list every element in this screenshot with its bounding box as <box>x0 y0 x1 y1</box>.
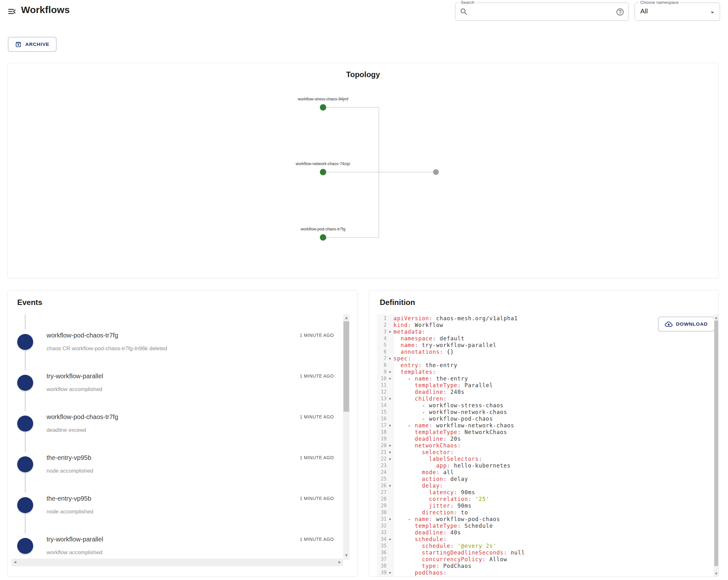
help-icon[interactable] <box>616 8 624 16</box>
code-line[interactable]: 37 concurrencyPolicy: Allow <box>377 556 706 563</box>
code-line[interactable]: 1apiVersion: chaos-mesh.org/v1alpha1 <box>377 315 706 322</box>
code-line[interactable]: 10▾ - name: the-entry <box>377 376 706 382</box>
code-text: concurrencyPolicy: Allow <box>393 556 507 563</box>
fold-triangle-down-icon[interactable]: ▾ <box>387 516 393 523</box>
fold-triangle-down-icon[interactable]: ▾ <box>387 482 393 489</box>
code-line[interactable]: 14 - workflow-stress-chaos <box>377 402 706 409</box>
code-line[interactable]: 20▾ networkChaos: <box>377 442 706 449</box>
fold-triangle-down-icon[interactable]: ▾ <box>387 442 393 449</box>
line-number: 20 <box>377 442 387 449</box>
definition-vertical-scrollbar[interactable]: ▲ ▼ <box>714 314 719 577</box>
search-field[interactable]: Search <box>455 3 629 21</box>
code-line[interactable]: 33 deadline: 40s <box>377 529 706 536</box>
workflow-node-workflow-network-chaos-74zqc[interactable] <box>320 169 326 175</box>
code-line[interactable]: 18 templateType: NetworkChaos <box>377 429 706 436</box>
code-line[interactable]: 29 jitter: 90ms <box>377 502 706 509</box>
code-line[interactable]: 16 - workflow-pod-chaos <box>377 416 706 422</box>
event-list-item[interactable]: the-entry-vp95bnode accomplished1 MINUTE… <box>8 495 358 533</box>
fold-triangle-down-icon[interactable]: ▾ <box>387 456 393 462</box>
menu-open-icon[interactable] <box>7 6 17 17</box>
events-title: Events <box>17 298 43 307</box>
yaml-code-editor[interactable]: 1apiVersion: chaos-mesh.org/v1alpha12kin… <box>377 315 706 576</box>
fold-triangle-down-icon[interactable]: ▾ <box>387 329 393 335</box>
code-line[interactable]: 23 app: hello-kubernetes <box>377 462 706 469</box>
line-number: 18 <box>377 429 387 436</box>
code-line[interactable]: 3▾metadata: <box>377 329 706 335</box>
code-line[interactable]: 31▾ - name: workflow-pod-chaos <box>377 516 706 523</box>
topology-graph[interactable]: workflow-stress-chaos-94jmfworkflow-netw… <box>8 63 719 278</box>
fold-triangle-down-icon[interactable]: ▾ <box>387 536 393 543</box>
code-line[interactable]: 32 templateType: Schedule <box>377 523 706 529</box>
code-line[interactable]: 4 namespace: default <box>377 335 706 342</box>
workflow-node-connector[interactable] <box>433 169 439 175</box>
code-line[interactable]: 30 direction: to <box>377 509 706 516</box>
events-vertical-scrollbar[interactable]: ▲ ▼ <box>343 314 349 560</box>
scroll-up-icon[interactable]: ▲ <box>343 316 349 319</box>
code-line[interactable]: 19 deadline: 20s <box>377 436 706 442</box>
line-number: 7 <box>377 355 387 362</box>
code-line[interactable]: 21▾ selector: <box>377 449 706 456</box>
scroll-down-icon[interactable]: ▼ <box>343 554 349 557</box>
code-line[interactable]: 35 schedule: '@every 2s' <box>377 543 706 549</box>
code-line[interactable]: 7▾spec: <box>377 355 706 362</box>
definition-scrollbar-thumb[interactable] <box>714 321 718 566</box>
code-line[interactable]: 8 entry: the-entry <box>377 362 706 369</box>
fold-triangle-down-icon[interactable]: ▾ <box>387 355 393 362</box>
scroll-up-icon[interactable]: ▲ <box>714 316 719 319</box>
fold-spacer <box>387 402 393 409</box>
fold-spacer <box>387 509 393 516</box>
code-line[interactable]: 26▾ delay: <box>377 482 706 489</box>
events-horizontal-scrollbar[interactable]: ◀ ▶ <box>11 559 343 566</box>
code-line[interactable]: 39▾ podChaos: <box>377 570 706 576</box>
code-text: spec: <box>393 355 411 362</box>
code-text: apiVersion: chaos-mesh.org/v1alpha1 <box>393 315 518 322</box>
event-list-item[interactable]: try-workflow-parallelworkflow accomplish… <box>8 536 358 574</box>
event-list-item[interactable]: try-workflow-parallelworkflow accomplish… <box>8 372 358 411</box>
line-number: 26 <box>377 482 387 489</box>
line-number: 36 <box>377 549 387 556</box>
code-line[interactable]: 2kind: Workflow <box>377 322 706 329</box>
fold-triangle-down-icon[interactable]: ▾ <box>387 570 393 576</box>
scroll-left-icon[interactable]: ◀ <box>13 560 17 564</box>
namespace-select-label: Choose namespace <box>639 0 680 5</box>
code-line[interactable]: 22▾ labelSelectors: <box>377 456 706 462</box>
code-line[interactable]: 34▾ schedule: <box>377 536 706 543</box>
timeline-connector <box>25 314 26 330</box>
code-line[interactable]: 9▾ templates: <box>377 369 706 376</box>
search-input[interactable] <box>472 6 594 18</box>
events-scrollbar-thumb[interactable] <box>343 321 349 412</box>
code-line[interactable]: 12 deadline: 240s <box>377 389 706 395</box>
code-line[interactable]: 28 correlation: '25' <box>377 496 706 502</box>
code-line[interactable]: 5 name: try-workflow-parallel <box>377 342 706 349</box>
scroll-down-icon[interactable]: ▼ <box>714 572 719 575</box>
code-line[interactable]: 36 startingDeadlineSeconds: null <box>377 549 706 556</box>
namespace-select[interactable]: Choose namespace All <box>634 3 720 21</box>
download-button[interactable]: DOWNLOAD <box>658 317 714 331</box>
code-line[interactable]: 38 type: PodChaos <box>377 563 706 570</box>
fold-triangle-down-icon[interactable]: ▾ <box>387 449 393 456</box>
code-line[interactable]: 11 templateType: Parallel <box>377 382 706 389</box>
workflow-node-workflow-pod-chaos-tr7fg[interactable] <box>320 234 326 241</box>
line-number: 31 <box>377 516 387 523</box>
fold-triangle-down-icon[interactable]: ▾ <box>387 376 393 382</box>
event-list-item[interactable]: the-entry-vp95bnode accomplished1 MINUTE… <box>8 454 358 492</box>
event-list-item[interactable]: workflow-pod-chaos-tr7fgdeadline exceed1… <box>8 413 358 451</box>
fold-triangle-down-icon[interactable]: ▾ <box>387 395 393 402</box>
fold-triangle-down-icon[interactable]: ▾ <box>387 422 393 429</box>
code-line[interactable]: 15 - workflow-network-chaos <box>377 409 706 416</box>
scroll-right-icon[interactable]: ▶ <box>337 560 342 564</box>
event-timestamp: 1 MINUTE AGO <box>300 333 334 338</box>
code-line[interactable]: 25 action: delay <box>377 476 706 482</box>
workflow-node-workflow-stress-chaos-94jmf[interactable] <box>320 104 326 111</box>
code-line[interactable]: 27 latency: 90ms <box>377 489 706 496</box>
code-line[interactable]: 6 annotations: {} <box>377 349 706 355</box>
event-list-item[interactable]: workflow-pod-chaos-tr7fgchaos CR workflo… <box>8 332 358 370</box>
code-line[interactable]: 17▾ - name: workflow-network-chaos <box>377 422 706 429</box>
code-text: deadline: 20s <box>393 436 461 442</box>
fold-spacer <box>387 335 393 342</box>
code-line[interactable]: 13▾ children: <box>377 395 706 402</box>
archive-button[interactable]: ARCHIVE <box>8 37 56 52</box>
code-line[interactable]: 24 mode: all <box>377 469 706 476</box>
fold-spacer <box>387 469 393 476</box>
fold-triangle-down-icon[interactable]: ▾ <box>387 369 393 376</box>
